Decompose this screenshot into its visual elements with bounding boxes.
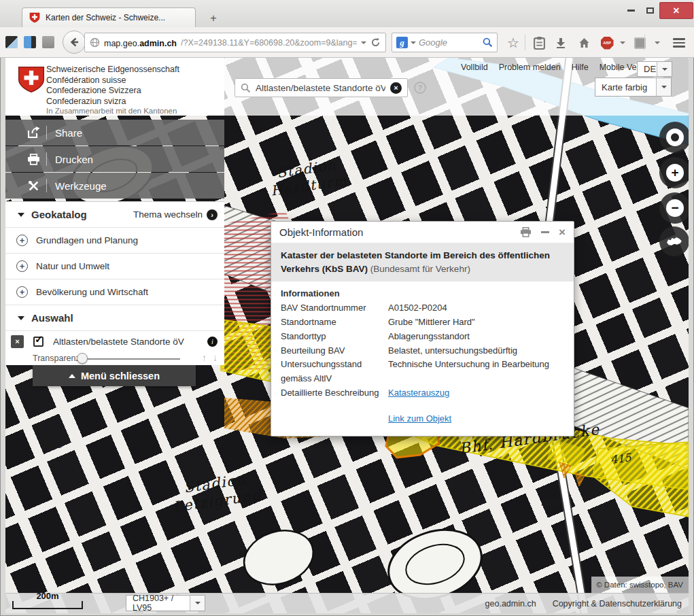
language-select[interactable]: DE [637, 61, 672, 77]
link-vollbild[interactable]: Vollbild [461, 63, 488, 72]
addon-icon[interactable] [631, 34, 648, 52]
adblock-dropdown-icon[interactable] [614, 34, 631, 52]
katasterauszug-link[interactable]: Katasterauszug [388, 386, 564, 400]
search-engine-dropdown-icon[interactable] [411, 41, 416, 47]
sidebar-item-drucken[interactable]: Drucken [5, 146, 224, 172]
popup-header[interactable]: Objekt-Information × [271, 222, 574, 243]
close-menu-button[interactable]: Menü schliessen [33, 365, 196, 386]
auswahl-header[interactable]: Auswahl [5, 305, 224, 331]
close-button[interactable]: × [659, 2, 693, 19]
transparency-slider-thumb[interactable] [77, 353, 88, 364]
browser-search-input[interactable] [419, 37, 480, 48]
url-bar[interactable]: map.geo.admin.ch /?X=249138.11&Y=680698.… [84, 33, 386, 52]
popup-body: Informationen BAV StandortnummerA01502-P… [271, 281, 574, 435]
link-problem-melden[interactable]: Problem melden [499, 63, 561, 72]
catalog-item-grundlagen[interactable]: + Grundlagen und Planung [5, 228, 224, 254]
language-value: DE [638, 64, 657, 74]
catalog-item-bevoelkerung[interactable]: + Bevölkerung und Wirtschaft [5, 279, 224, 305]
triangle-up-icon [69, 371, 75, 378]
catalog-panel: Geokatalog Thema wechseln › + Grundlagen… [5, 201, 224, 365]
scale-bar: 200m [12, 591, 83, 609]
map-viewport[interactable]: StadionHardturm Bhf. Hardbrücke StadionL… [5, 58, 689, 613]
remove-layer-button[interactable]: × [11, 335, 24, 348]
logo-line-rm: Confederaziun svizra [46, 97, 179, 107]
object-link[interactable]: Link zum Objekt [388, 412, 564, 426]
search-icon [241, 83, 251, 93]
geokatalog-header[interactable]: Geokatalog Thema wechseln › [5, 202, 224, 228]
zoom-out-button[interactable]: − [659, 192, 689, 224]
info-row: Beurteilung BAVBelastet, untersuchungsbe… [281, 344, 564, 358]
clear-search-icon[interactable]: × [390, 82, 402, 94]
sidebar-item-share[interactable]: Share [5, 120, 224, 146]
geolocate-icon [666, 129, 684, 146]
expand-plus-icon[interactable]: + [16, 235, 28, 246]
footer-bar: geo.admin.ch Copyright & Datenschutzerkl… [5, 593, 689, 613]
footer-copyright-link[interactable]: Copyright & Datenschutzerklärung [553, 599, 682, 609]
switzerland-silhouette-icon [666, 236, 682, 247]
overview-switzerland-button[interactable] [659, 226, 689, 256]
maximize-icon [646, 7, 654, 14]
swiss-shield-favicon [29, 12, 40, 23]
layer-move-down-icon[interactable]: ↓ [213, 352, 218, 363]
logo-line-de: Schweizerische Eidgenossenschaft [46, 65, 179, 75]
url-dropdown-icon[interactable] [361, 41, 366, 47]
catalog-item-natur[interactable]: + Natur und Umwelt [5, 254, 224, 279]
transparency-row: Transparenz ↑ ↓ [5, 352, 224, 366]
projection-select[interactable]: CH1903+ / LV95 [126, 595, 205, 611]
attribution-text[interactable]: © Daten: swisstopo, BAV [596, 581, 683, 589]
chevron-down-icon [190, 596, 205, 611]
minimize-button[interactable] [623, 4, 638, 16]
layer-info-icon[interactable]: i [207, 337, 218, 347]
quick-launch-icon-3[interactable] [42, 36, 54, 48]
menu-hamburger-icon[interactable] [670, 34, 688, 52]
search-engine-icon[interactable]: g [396, 37, 408, 48]
logo-line-it: Confederazione Svizzera [46, 86, 179, 97]
layer-checkbox[interactable]: ✓ [33, 337, 44, 347]
close-popup-icon[interactable]: × [559, 226, 566, 238]
quick-launch-icon-1[interactable] [5, 36, 18, 48]
layer-move-up-icon[interactable]: ↑ [202, 352, 207, 363]
toolbar-separator [525, 35, 525, 50]
chevron-circle-icon: › [207, 209, 218, 220]
browser-search-box[interactable]: g [392, 33, 498, 52]
minimize-popup-icon[interactable] [541, 231, 549, 233]
swiss-coat-of-arms [17, 65, 46, 95]
theme-switch-link[interactable]: Thema wechseln › [133, 209, 218, 220]
geolocate-button[interactable] [659, 122, 689, 153]
expand-plus-icon[interactable]: + [16, 260, 28, 272]
transparency-slider-track[interactable] [82, 358, 180, 360]
downloads-icon[interactable] [552, 34, 570, 52]
map-style-select[interactable]: Karte farbig [595, 78, 672, 97]
info-row: Link zum Objekt [281, 412, 564, 426]
browser-tab[interactable]: Karten der Schweiz - Schweize... [22, 7, 196, 27]
help-icon[interactable]: ? [414, 82, 426, 94]
footer-site-link[interactable]: geo.admin.ch [485, 599, 536, 609]
tab-title: Karten der Schweiz - Schweize... [46, 13, 165, 22]
expand-plus-icon[interactable]: + [16, 286, 28, 298]
link-hilfe[interactable]: Hilfe [572, 63, 589, 72]
bookmarks-panel-icon[interactable] [530, 34, 548, 52]
search-magnifier-icon[interactable] [483, 37, 493, 48]
maximize-button[interactable] [642, 4, 657, 16]
back-button[interactable] [63, 31, 86, 54]
minimize-icon [627, 10, 635, 12]
reload-icon[interactable] [370, 37, 381, 48]
map-search-input[interactable] [256, 83, 385, 93]
sidebar-item-werkzeuge[interactable]: Werkzeuge [5, 173, 224, 199]
close-icon: × [673, 5, 679, 17]
info-row: Detaillierte Beschreibung Katasterauszug [281, 386, 564, 400]
print-icon[interactable] [520, 227, 532, 237]
quick-launch-icon-2[interactable] [24, 36, 36, 48]
logo-line-fr: Confédération suisse [46, 75, 179, 86]
addon-dropdown-icon[interactable] [648, 34, 666, 52]
zoom-in-button[interactable]: + [659, 157, 689, 188]
home-icon[interactable] [575, 34, 593, 52]
info-row: BAV StandortnummerA01502-P0204 [281, 301, 564, 315]
federal-logo-block: Schweizerische Eidgenossenschaft Confédé… [5, 58, 224, 116]
sidebar-item-label: Werkzeuge [55, 180, 107, 192]
bookmark-star-icon[interactable]: ☆ [504, 34, 522, 52]
new-tab-button[interactable]: + [204, 10, 223, 26]
browser-window: Karten der Schweiz - Schweize... + × map… [0, 0, 694, 616]
adblock-octagon: ABP [601, 37, 614, 50]
map-search-box[interactable]: × [235, 78, 408, 97]
